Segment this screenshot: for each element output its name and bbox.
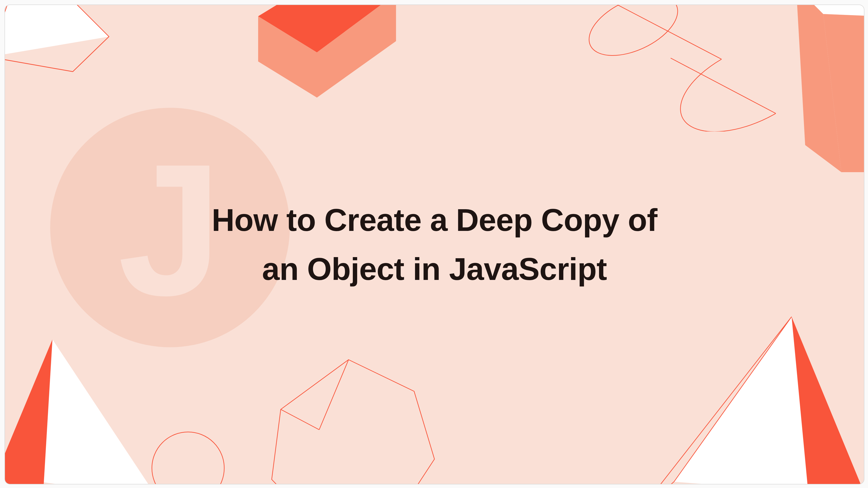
hero-card: J <box>4 4 864 484</box>
title-wrap: How to Create a Deep Copy of an Object i… <box>5 5 864 484</box>
page-title: How to Create a Deep Copy of an Object i… <box>144 195 725 293</box>
